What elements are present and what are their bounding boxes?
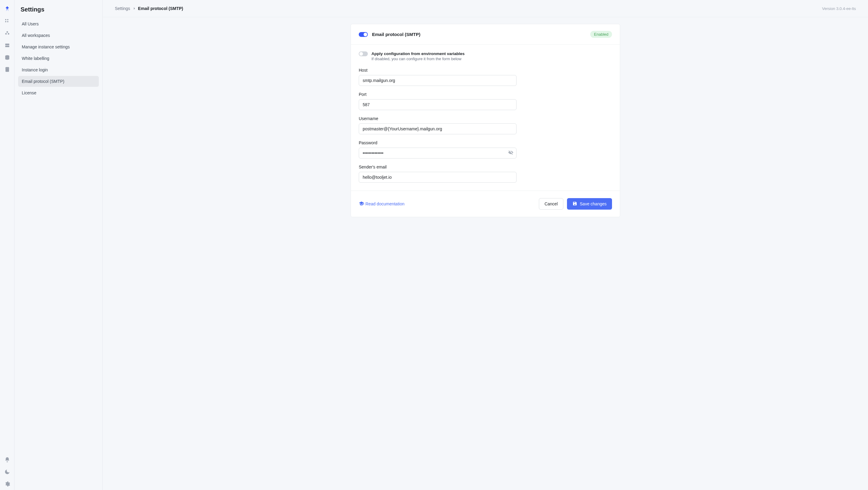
svg-point-0 (5, 19, 6, 20)
notifications-icon[interactable] (3, 456, 11, 464)
username-input[interactable] (359, 123, 517, 134)
eye-off-icon[interactable] (508, 150, 514, 156)
svg-point-3 (7, 21, 8, 22)
sidebar-item-email-protocol[interactable]: Email protocol (SMTP) (18, 76, 99, 87)
env-config-row: Apply configuration from environment var… (359, 51, 612, 61)
settings-icon[interactable] (3, 480, 11, 488)
sender-input[interactable] (359, 172, 517, 183)
card-title: Email protocol (SMTP) (372, 32, 421, 37)
card-footer: Read documentation Cancel Save changes (351, 191, 620, 217)
settings-sidebar: Settings All Users All workspaces Manage… (14, 0, 103, 490)
chevron-right-icon (133, 6, 136, 11)
env-config-toggle[interactable] (359, 51, 368, 56)
sidebar-title: Settings (14, 6, 102, 19)
graduation-cap-icon (359, 201, 364, 207)
save-icon (572, 201, 577, 207)
database-icon[interactable] (3, 53, 11, 62)
port-label: Port (359, 92, 517, 97)
content: Email protocol (SMTP) Enabled Apply conf… (103, 17, 868, 224)
svg-point-4 (6, 31, 8, 33)
port-field: Port (359, 92, 517, 110)
marketplace-icon[interactable] (3, 65, 11, 74)
apps-icon[interactable] (3, 17, 11, 25)
host-input[interactable] (359, 75, 517, 86)
version-text: Version 3.0.4-ee-lts (822, 6, 856, 11)
password-field: Password (359, 140, 517, 158)
breadcrumbs-bar: Settings Email protocol (SMTP) Version 3… (103, 0, 868, 17)
sidebar-item-manage-instance[interactable]: Manage instance settings (18, 41, 99, 52)
icon-rail (0, 0, 14, 490)
host-field: Host (359, 68, 517, 86)
username-label: Username (359, 116, 517, 121)
svg-rect-7 (5, 44, 9, 45)
sender-label: Sender's email (359, 165, 517, 169)
save-button-label: Save changes (580, 201, 607, 206)
smtp-enabled-toggle[interactable] (359, 32, 368, 37)
logo-icon[interactable] (3, 5, 11, 13)
cancel-button[interactable]: Cancel (539, 198, 564, 210)
breadcrumb-current: Email protocol (SMTP) (138, 6, 183, 11)
port-input[interactable] (359, 99, 517, 110)
datasource-icon[interactable] (3, 41, 11, 50)
env-config-desc: If disabled, you can configure it from t… (371, 57, 465, 61)
sender-field: Sender's email (359, 165, 517, 183)
status-badge: Enabled (590, 31, 612, 38)
password-label: Password (359, 140, 517, 145)
card-body: Apply configuration from environment var… (351, 45, 620, 191)
sidebar-item-white-labelling[interactable]: White labelling (18, 53, 99, 64)
sidebar-item-instance-login[interactable]: Instance login (18, 64, 99, 75)
settings-nav: All Users All workspaces Manage instance… (14, 19, 102, 98)
svg-point-6 (7, 33, 9, 34)
svg-point-1 (7, 19, 8, 20)
username-field: Username (359, 116, 517, 134)
theme-icon[interactable] (3, 468, 11, 476)
env-config-title: Apply configuration from environment var… (371, 51, 465, 56)
svg-rect-8 (5, 46, 9, 47)
breadcrumb: Settings Email protocol (SMTP) (115, 6, 183, 11)
smtp-card: Email protocol (SMTP) Enabled Apply conf… (350, 24, 620, 217)
sidebar-item-all-workspaces[interactable]: All workspaces (18, 30, 99, 41)
password-input[interactable] (359, 148, 517, 158)
host-label: Host (359, 68, 517, 73)
breadcrumb-root[interactable]: Settings (115, 6, 130, 11)
doc-link-label: Read documentation (365, 201, 404, 206)
workspaces-icon[interactable] (3, 29, 11, 37)
save-button[interactable]: Save changes (567, 198, 612, 210)
svg-point-2 (5, 21, 6, 22)
read-documentation-link[interactable]: Read documentation (359, 201, 404, 207)
card-header: Email protocol (SMTP) Enabled (351, 24, 620, 45)
main: Settings Email protocol (SMTP) Version 3… (103, 0, 868, 490)
svg-point-5 (5, 33, 7, 34)
sidebar-item-license[interactable]: License (18, 87, 99, 98)
sidebar-item-all-users[interactable]: All Users (18, 19, 99, 29)
